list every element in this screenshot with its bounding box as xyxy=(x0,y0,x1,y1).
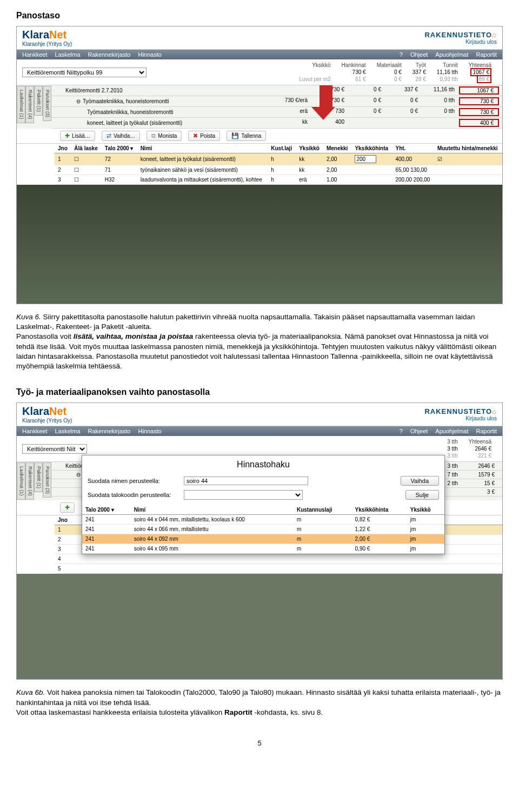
menu-hankkeet[interactable]: Hankkeet xyxy=(22,51,47,58)
menu-raportit[interactable]: Raportit xyxy=(476,51,497,58)
modal-grid-row-selected[interactable]: 241 soiro 44 x 092 mm m 2,00 € jm xyxy=(82,534,444,544)
menu-hankkeet[interactable]: Hankkeet xyxy=(22,428,47,434)
caption-1: Kuva 6. Siirry pakettitasolta panostasol… xyxy=(16,312,503,371)
menu-hinnasto[interactable]: Hinnasto xyxy=(138,51,161,58)
collapse-icon[interactable]: ⊖ xyxy=(76,98,81,104)
help-icon[interactable]: ? xyxy=(400,51,403,58)
total-highlight-2: 89 € xyxy=(477,75,491,83)
menu-hinnasto[interactable]: Hinnasto xyxy=(138,428,161,434)
app-header: KlaraNet Klaraohje (Yritys Oy) RAKENNUST… xyxy=(17,26,502,50)
menu-left: Hankkeet Laskelma Rakennekirjasto Hinnas… xyxy=(22,51,162,58)
delete-icon: ✖ xyxy=(193,132,198,139)
sidetab-paketit[interactable]: Paketit (1) xyxy=(34,462,43,492)
project-selector[interactable]: Keittiöremontti Niittypolku 99 xyxy=(22,68,147,77)
help-icon[interactable]: ? xyxy=(400,428,403,434)
checkbox[interactable]: ☐ xyxy=(71,165,101,175)
checkbox[interactable]: ☐ xyxy=(71,175,101,185)
menu-ohjeet[interactable]: Ohjeet xyxy=(410,428,428,434)
sc2-body: Keittiöremontti Niittypolku 99 3 tthYhte… xyxy=(17,436,502,679)
summary-header-row: Yksikkö Hankinnat Materiaalit Työt Tunni… xyxy=(294,62,497,69)
modal-grid: Talo 2000 ▾ Nimi Kustannuslaji Yksikköhi… xyxy=(82,505,444,554)
copy-button[interactable]: ⧉Monista xyxy=(147,131,182,141)
modal-swap-button[interactable]: Vaihda xyxy=(401,476,439,486)
delete-button[interactable]: ✖Poista xyxy=(188,131,220,141)
side-tabs-2: Rakenteet (4) xyxy=(25,85,34,129)
filter-name-input[interactable] xyxy=(184,477,308,485)
unit-price-input[interactable] xyxy=(355,155,376,163)
sidetab-panokset[interactable]: Panokset (3) xyxy=(43,462,51,498)
tree-label[interactable]: Keittiöremontti 2.7.2010 xyxy=(55,88,222,93)
collapse-icon[interactable]: ⊖ xyxy=(76,472,81,478)
section-title-2: Työ- ja materiaalipanoksen vaihto panost… xyxy=(16,387,503,397)
menubar-2: Hankkeet Laskelma Rakennekirjasto Hinnas… xyxy=(17,426,502,436)
logo: KlaraNet xyxy=(22,405,72,418)
menu-laskelma[interactable]: Laskelma xyxy=(55,51,80,58)
side-tabs-3: Paketit (1) xyxy=(34,85,43,129)
plus-icon: ✚ xyxy=(65,504,70,511)
panos-grid: Jno Älä laske Talo 2000 ▾ Nimi Kust.laji… xyxy=(55,144,502,185)
sidetab-paketit[interactable]: Paketit (1) xyxy=(34,86,43,116)
summary-table-2: 3 tthYhteensä 3 tth2646 € 3 tth221 € xyxy=(442,438,497,459)
partner-logo: RAKENNUSTIETO⌂ xyxy=(424,407,497,415)
checkbox-changed[interactable]: ☑ xyxy=(434,153,502,165)
summary-row-2: Luvut per m2 61 € 0 € 28 € 0,93 tth 89 € xyxy=(294,76,497,83)
logo-area: KlaraNet Klaraohje (Yritys Oy) xyxy=(22,29,72,47)
tree-label[interactable]: ⊖Työmaatekniikka, huoneistoremontti xyxy=(55,98,233,104)
filter-name-label: Suodata nimen perusteella: xyxy=(88,478,179,484)
sidetab-laskelmat[interactable]: Laskelmat (1) xyxy=(17,86,25,123)
swap-button[interactable]: ⇄Vaihda… xyxy=(102,131,140,141)
menu-apuohjelmat[interactable]: Apuohjelmat xyxy=(435,51,468,58)
save-button[interactable]: 💾Tallenna xyxy=(227,131,266,141)
logo-subtitle: Klaraohje (Yritys Oy) xyxy=(22,41,72,47)
modal-grid-row[interactable]: 241 soiro 44 x 095 mm m 0,90 € jm xyxy=(82,544,444,554)
menubar: Hankkeet Laskelma Rakennekirjasto Hinnas… xyxy=(17,50,502,59)
menu-rakennekirjasto[interactable]: Rakennekirjasto xyxy=(88,51,131,58)
app-header-2: KlaraNet Klaraohje (Yritys Oy) RAKENNUST… xyxy=(17,403,502,426)
tree-rows: Keittiöremontti 2.7.2010 730 € 0 € 337 €… xyxy=(51,85,502,129)
save-icon: 💾 xyxy=(231,132,239,139)
menu-ohjeet[interactable]: Ohjeet xyxy=(410,51,428,58)
sidetab-rakenteet[interactable]: Rakenteet (4) xyxy=(25,462,34,500)
page-number: 5 xyxy=(16,739,503,747)
figure-label: Kuva 6. xyxy=(16,313,41,321)
sidetab-rakenteet[interactable]: Rakenteet (4) xyxy=(25,86,34,123)
tree-label[interactable]: Työmaatekniikka, huoneistoremontti xyxy=(55,109,244,115)
hinnastohaku-modal: Hinnastohaku Suodata nimen perusteella: … xyxy=(82,455,445,554)
sidetab-laskelmat[interactable]: Laskelmat (1) xyxy=(17,462,25,500)
copy-icon: ⧉ xyxy=(151,132,156,139)
grid-row: 1 ☐ 72 koneet, laitteet ja työkalut (sis… xyxy=(55,153,502,165)
logo-subtitle: Klaraohje (Yritys Oy) xyxy=(22,418,72,424)
section-title-1: Panostaso xyxy=(16,11,503,21)
menu-raportit[interactable]: Raportit xyxy=(476,428,497,434)
swap-icon: ⇄ xyxy=(107,132,111,139)
checkbox[interactable]: ☐ xyxy=(71,153,101,165)
house-icon: ⌂ xyxy=(492,31,497,39)
partner-area: RAKENNUSTIETO⌂ Kirjaudu ulos xyxy=(424,407,497,421)
filter-name-row: Suodata nimen perusteella: Vaihda xyxy=(82,474,444,488)
sidetab-panokset[interactable]: Panokset (3) xyxy=(43,86,51,121)
plus-icon: ✚ xyxy=(65,132,70,139)
summary-row-1: 730 € 0 € 337 € 11,16 tth 1067 € xyxy=(294,69,497,76)
tree-row: Työmaatekniikka, huoneistoremontti erä 7… xyxy=(51,107,502,118)
tree-label[interactable]: koneet, laitteet ja työkalut (sisäremont… xyxy=(55,120,244,126)
house-icon: ⌂ xyxy=(492,407,497,415)
menu-apuohjelmat[interactable]: Apuohjelmat xyxy=(435,428,468,434)
logo-suffix: Net xyxy=(49,29,66,41)
grid-area-1: Jno Älä laske Talo 2000 ▾ Nimi Kust.laji… xyxy=(17,144,502,185)
logout-link[interactable]: Kirjaudu ulos xyxy=(465,415,497,421)
modal-grid-row[interactable]: 241 soiro 44 x 066 mm, mitallistettu m 1… xyxy=(82,525,444,534)
menu-rakennekirjasto[interactable]: Rakennekirjasto xyxy=(88,428,131,434)
project-selector-2[interactable]: Keittiöremontti Niittypolku 99 xyxy=(22,444,87,454)
filter-code-label: Suodata talokoodin perusteella: xyxy=(88,492,179,498)
menu-laskelma[interactable]: Laskelma xyxy=(55,428,80,434)
logout-link[interactable]: Kirjaudu ulos xyxy=(465,39,497,45)
modal-grid-row[interactable]: 241 soiro 44 x 044 mm, mitallistettu, ko… xyxy=(82,515,444,525)
summary-table-1: Yksikkö Hankinnat Materiaalit Työt Tunni… xyxy=(294,62,497,83)
modal-close-button[interactable]: Sulje xyxy=(405,490,439,500)
add-button[interactable]: ✚Lisää… xyxy=(60,131,95,141)
filter-code-select[interactable] xyxy=(184,490,303,500)
grid-header-row: Jno Älä laske Talo 2000 ▾ Nimi Kust.laji… xyxy=(55,144,502,153)
caption-2: Kuva 6b. Voit hakea panoksia nimen tai T… xyxy=(16,688,503,717)
add-button[interactable]: ✚ xyxy=(60,502,75,513)
screenshot-1: KlaraNet Klaraohje (Yritys Oy) RAKENNUST… xyxy=(16,26,503,304)
